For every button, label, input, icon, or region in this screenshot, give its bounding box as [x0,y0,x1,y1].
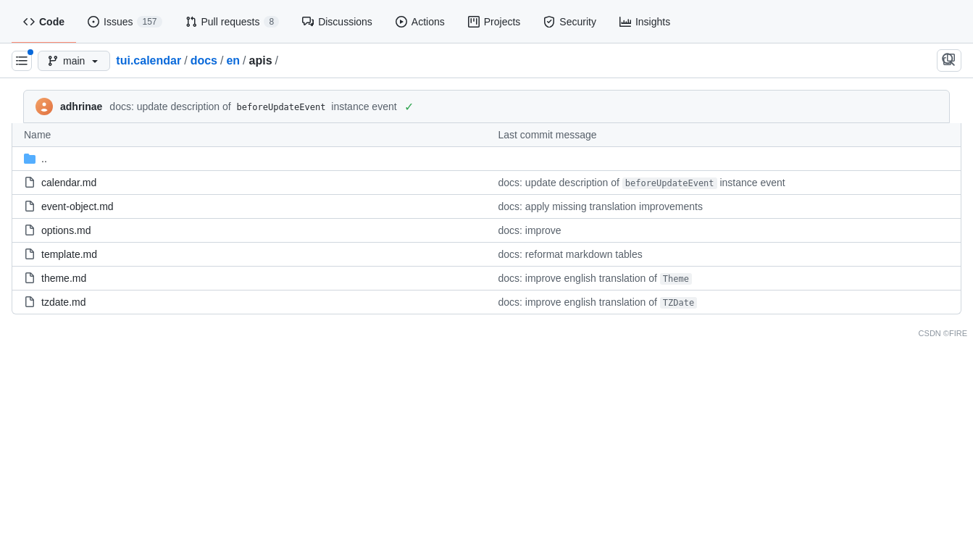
file-icon [24,248,36,260]
inline-code: Theme [660,273,692,285]
table-row: tzdate.md docs: improve english translat… [12,291,961,314]
issues-badge: 157 [137,16,162,28]
branch-selector[interactable]: main [38,51,110,71]
avatar-image [36,98,53,115]
breadcrumb-en[interactable]: en [226,54,240,67]
file-link[interactable]: tzdate.md [41,296,85,308]
discussions-icon [302,16,314,28]
file-icon [24,201,36,212]
file-link[interactable]: event-object.md [41,201,114,212]
security-icon [543,16,555,28]
nav-discussions-label: Discussions [318,16,372,28]
file-table: Name Last commit message .. [12,123,961,314]
commit-msg-suffix: instance event [331,101,396,112]
footer-text: CSDN ©FIRE [919,329,967,338]
table-row: event-object.md docs: apply missing tran… [12,195,961,219]
file-name-cell: .. [24,153,475,164]
breadcrumb-trailing-sep: / [275,54,278,67]
nav-item-pull-requests[interactable]: Pull requests 8 [174,0,291,43]
breadcrumb-sep-1: / [184,54,187,67]
breadcrumb-sep-3: / [243,54,246,67]
inline-code: TZDate [660,297,697,309]
issues-icon [88,16,99,28]
nav-pr-label: Pull requests [201,16,260,28]
file-icon [24,225,36,236]
pull-requests-icon [185,16,197,28]
file-table-wrapper: Name Last commit message .. [12,123,961,314]
file-name-cell: event-object.md [24,201,475,212]
nav-item-code[interactable]: Code [12,0,76,43]
nav-issues-label: Issues [104,16,133,28]
avatar [36,98,53,115]
file-name-cell: options.md [24,225,475,236]
file-name-cell: theme.md [24,272,475,284]
col-commit-header: Last commit message [487,123,961,147]
branch-icon [47,55,59,67]
table-row: calendar.md docs: update description of … [12,171,961,195]
file-link[interactable]: .. [41,153,47,164]
nav-item-actions[interactable]: Actions [384,0,456,43]
file-tree-toggle[interactable] [12,51,32,71]
nav-item-projects[interactable]: Projects [456,0,533,43]
nav-insights-label: Insights [635,16,670,28]
file-link[interactable]: calendar.md [41,177,96,188]
file-name-cell: calendar.md [24,177,475,188]
breadcrumb-docs[interactable]: docs [191,54,217,67]
file-name-cell: template.md [24,248,475,260]
table-row: options.md docs: improve [12,219,961,243]
folder-icon [24,153,36,164]
file-list: .. calendar.md docs: update descriptio [12,147,961,314]
commit-msg-pre: docs: update description of [109,101,230,112]
search-button[interactable] [935,49,961,72]
nav-projects-label: Projects [484,16,521,28]
inline-code: beforeUpdateEvent [622,177,717,189]
table-row: template.md docs: reformat markdown tabl… [12,243,961,267]
commit-message: docs: update description of beforeUpdate… [109,101,396,112]
breadcrumb-current: apis [249,54,272,67]
nav-item-issues[interactable]: Issues 157 [76,0,174,43]
nav-item-security[interactable]: Security [532,0,608,43]
commit-msg-cell: docs: improve english translation of TZD… [487,291,961,314]
commit-msg-cell: docs: apply missing translation improvem… [487,195,961,219]
avatar-person-icon [38,101,50,112]
file-icon [24,296,36,308]
commit-msg-cell: docs: improve english translation of The… [487,267,961,291]
projects-icon [468,16,480,28]
nav-security-label: Security [559,16,596,28]
file-icon [24,272,36,284]
file-name-cell: tzdate.md [24,296,475,308]
col-name-header: Name [12,123,487,147]
table-header: Name Last commit message [12,123,961,147]
breadcrumb-repo[interactable]: tui.calendar [116,54,181,67]
commit-author: adhrinae [60,101,102,112]
commit-msg-cell [487,147,961,171]
chevron-down-icon [89,55,101,67]
commit-bar: adhrinae docs: update description of bef… [23,90,950,123]
commit-code: beforeUpdateEvent [234,101,329,113]
nav-item-discussions[interactable]: Discussions [291,0,384,43]
commit-section: adhrinae docs: update description of bef… [12,90,961,123]
table-row: .. [12,147,961,171]
nav-item-insights[interactable]: Insights [608,0,682,43]
breadcrumb-sep-2: / [220,54,223,67]
file-link[interactable]: theme.md [41,272,86,284]
commit-msg-cell: docs: update description of beforeUpdate… [487,171,961,195]
commit-msg-cell: docs: improve [487,219,961,243]
table-row: theme.md docs: improve english translati… [12,267,961,291]
search-icon [941,52,956,67]
insights-icon [619,16,631,28]
file-link[interactable]: template.md [41,248,97,260]
file-toolbar: main tui.calendar / docs / en / apis / [0,43,973,78]
top-navigation: Code Issues 157 Pull requests 8 Discussi… [0,0,973,43]
nav-actions-label: Actions [412,16,445,28]
branch-name: main [63,55,85,67]
breadcrumb: tui.calendar / docs / en / apis / [116,54,931,67]
pr-badge: 8 [264,16,279,28]
actions-icon [396,16,407,28]
commit-msg-cell: docs: reformat markdown tables [487,243,961,267]
footer: CSDN ©FIRE [0,326,973,340]
nav-code-label: Code [39,16,64,28]
file-link[interactable]: options.md [41,225,91,236]
code-icon [23,16,35,28]
file-tree-icon [16,55,28,67]
